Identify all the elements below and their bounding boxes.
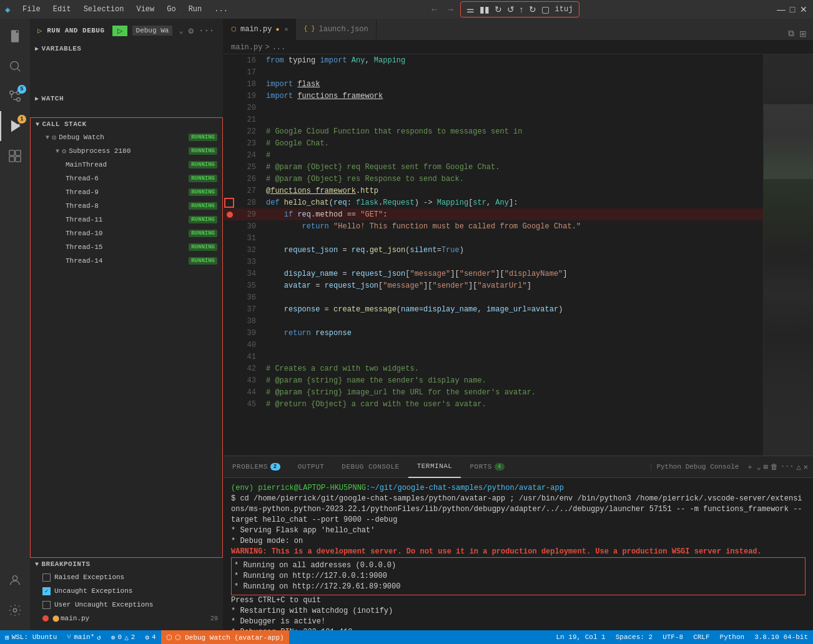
line-num-26: 26 bbox=[236, 175, 266, 183]
callstack-section-header[interactable]: ▼ CALL STACK bbox=[31, 118, 222, 130]
minimize-button[interactable]: — bbox=[777, 5, 786, 14]
debug-stepinto-button[interactable]: ↺ bbox=[505, 3, 516, 16]
nav-back-button[interactable]: ← bbox=[428, 3, 441, 16]
debug-console-label: Python Debug Console bbox=[651, 463, 744, 471]
start-debug-button[interactable]: ▷ bbox=[112, 26, 127, 36]
callstack-thread15[interactable]: Thread-15 RUNNING bbox=[31, 240, 222, 254]
bottom-panel: PROBLEMS 2 OUTPUT DEBUG CONSOLE TERMINAL… bbox=[224, 456, 813, 630]
gear-config-icon[interactable]: ⚙ bbox=[189, 26, 194, 36]
panel-tab-debug-console[interactable]: DEBUG CONSOLE bbox=[333, 456, 408, 478]
tab-launchjson[interactable]: { } launch.json bbox=[296, 19, 376, 40]
variables-section-header[interactable]: ▶ VARIABLES bbox=[30, 42, 223, 55]
callstack-thread15-label: Thread-15 bbox=[66, 243, 189, 251]
terminal-content[interactable]: (env) pierrick@LAPTOP-HKU5PNNG:~/git/goo… bbox=[224, 478, 813, 630]
debug-restart-button[interactable]: ↻ bbox=[527, 3, 538, 16]
activity-run-debug[interactable]: 1 bbox=[0, 111, 30, 141]
panel-tab-terminal[interactable]: TERMINAL bbox=[408, 456, 461, 478]
status-language[interactable]: Python bbox=[715, 630, 750, 644]
panel-maximize-icon[interactable]: △ bbox=[797, 462, 801, 472]
close-button[interactable]: ✕ bbox=[799, 5, 808, 14]
bp-raised-exceptions[interactable]: Raised Exceptions bbox=[30, 570, 223, 584]
callstack-thread6[interactable]: Thread-6 RUNNING bbox=[31, 172, 222, 185]
panel-close-icon[interactable]: ✕ bbox=[804, 462, 808, 472]
line-content-39: return response bbox=[266, 329, 763, 338]
bp-user-uncaught-checkbox[interactable] bbox=[42, 601, 51, 609]
title-bar-center: ← → ⚌ ▮▮ ↻ ↺ ↑ ↻ ▢ ituj bbox=[235, 1, 772, 17]
activity-explorer[interactable] bbox=[0, 21, 30, 51]
more-options-icon[interactable]: ··· bbox=[199, 26, 214, 36]
callstack-thread14[interactable]: Thread-14 RUNNING bbox=[31, 254, 222, 268]
split-editor-button[interactable]: ⧉ bbox=[787, 27, 796, 40]
breakpoints-section-header[interactable]: ▼ BREAKPOINTS bbox=[30, 558, 223, 570]
chevron-down-icon[interactable]: ⌄ bbox=[179, 26, 183, 36]
callstack-debug-watch[interactable]: ▼ ⚙ Debug Watch RUNNING bbox=[31, 130, 222, 144]
callstack-mainthread[interactable]: MainThread RUNNING bbox=[31, 158, 222, 172]
maximize-button[interactable]: □ bbox=[788, 5, 797, 14]
panel-tab-problems[interactable]: PROBLEMS 2 bbox=[224, 456, 289, 478]
code-line-43: 43 # @param {string} name the sender's d… bbox=[224, 374, 763, 386]
status-remote[interactable]: ⊞ WSL: Ubuntu bbox=[0, 630, 62, 644]
kill-terminal-icon[interactable]: 🗑 bbox=[771, 462, 778, 472]
bp-uncaught-exceptions[interactable]: Uncaught Exceptions bbox=[30, 584, 223, 598]
menu-file[interactable]: File bbox=[20, 4, 43, 15]
tab-mainpy[interactable]: ⬡ main.py ● ✕ bbox=[224, 19, 296, 40]
menu-edit[interactable]: Edit bbox=[51, 4, 74, 15]
panel-more-icon[interactable]: ··· bbox=[781, 462, 794, 471]
status-encoding[interactable]: UTF-8 bbox=[658, 630, 688, 644]
line-num-39: 39 bbox=[236, 329, 266, 338]
status-arch[interactable]: 3.8.10 64-bit bbox=[749, 630, 813, 644]
debug-continue-button[interactable]: ⚌ bbox=[465, 3, 476, 16]
status-branch[interactable]: ⑂ main* ↺ bbox=[62, 630, 106, 644]
breadcrumb-file[interactable]: main.py bbox=[231, 43, 262, 52]
line-num-38: 38 bbox=[236, 317, 266, 326]
callstack-thread10[interactable]: Thread-10 RUNNING bbox=[31, 227, 222, 240]
menu-more[interactable]: ... bbox=[212, 4, 230, 15]
debug-stepover-button[interactable]: ↻ bbox=[493, 3, 504, 16]
debug-stop-button[interactable]: ▢ bbox=[540, 3, 551, 16]
bp-uncaught-checkbox[interactable] bbox=[42, 587, 51, 595]
status-spaces[interactable]: Spaces: 2 bbox=[611, 630, 658, 644]
tab-close-icon[interactable]: ✕ bbox=[284, 26, 288, 33]
terminal-dropdown-icon[interactable]: ⌄ bbox=[756, 462, 761, 472]
status-errors[interactable]: ⊗ 0 △ 2 bbox=[106, 630, 140, 644]
debug-pause-button[interactable]: ▮▮ bbox=[478, 3, 491, 16]
menu-go[interactable]: Go bbox=[164, 4, 178, 15]
status-position[interactable]: Ln 19, Col 1 bbox=[551, 630, 611, 644]
watch-section-header[interactable]: ▶ WATCH bbox=[30, 92, 223, 105]
activity-settings[interactable] bbox=[0, 595, 30, 625]
callstack-subprocess[interactable]: ▼ ⚙ Subprocess 2180 RUNNING bbox=[31, 144, 222, 158]
breadcrumb-item[interactable]: ... bbox=[272, 43, 286, 52]
code-line-30: 30 return "Hello! This function must be … bbox=[224, 220, 763, 232]
status-debug-watch[interactable]: ⬡ ⬡ Debug Watch (avatar-app) bbox=[161, 630, 289, 644]
panel-tab-ports[interactable]: PORTS 4 bbox=[461, 456, 513, 478]
status-line-ending[interactable]: CRLF bbox=[688, 630, 714, 644]
bp-raised-checkbox[interactable] bbox=[42, 573, 51, 582]
activity-extensions[interactable] bbox=[0, 141, 30, 171]
callstack-thread11[interactable]: Thread-11 RUNNING bbox=[31, 213, 222, 227]
add-terminal-icon[interactable]: ＋ bbox=[746, 462, 754, 472]
activity-source-control[interactable]: 5 bbox=[0, 81, 30, 111]
activity-search[interactable] bbox=[0, 51, 30, 81]
terminal-running-1: * Running on all addresses (0.0.0.0) bbox=[232, 560, 805, 571]
panel-tab-output[interactable]: OUTPUT bbox=[289, 456, 333, 478]
debug-stepout-button[interactable]: ↑ bbox=[518, 3, 526, 16]
line-num-30: 30 bbox=[236, 222, 266, 231]
status-workers[interactable]: ⚙ 4 bbox=[140, 630, 160, 644]
line-content-28: def hello_chat(req: flask.Request) -> Ma… bbox=[266, 198, 763, 207]
toggle-panel-button[interactable]: ⊞ bbox=[798, 27, 808, 40]
menu-view[interactable]: View bbox=[134, 4, 157, 15]
activity-account[interactable] bbox=[0, 565, 30, 595]
code-editor[interactable]: 16 from typing import Any, Mapping 17 18… bbox=[224, 54, 763, 456]
svg-rect-7 bbox=[9, 150, 14, 155]
callstack-thread9[interactable]: Thread-9 RUNNING bbox=[31, 185, 222, 199]
bp-mainpy[interactable]: ⬤ main.py 29 bbox=[30, 612, 223, 625]
code-line-21: 21 bbox=[224, 114, 763, 125]
nav-forward-button[interactable]: → bbox=[444, 3, 458, 16]
callstack-thread8[interactable]: Thread-8 RUNNING bbox=[31, 199, 222, 213]
menu-selection[interactable]: Selection bbox=[81, 4, 127, 15]
debug-config-selector[interactable]: Debug Wa bbox=[132, 26, 173, 36]
menu-run[interactable]: Run bbox=[186, 4, 205, 15]
bp-user-uncaught-exceptions[interactable]: User Uncaught Exceptions bbox=[30, 598, 223, 612]
code-line-31: 31 bbox=[224, 232, 763, 244]
split-terminal-icon[interactable]: ⊞ bbox=[764, 462, 768, 472]
